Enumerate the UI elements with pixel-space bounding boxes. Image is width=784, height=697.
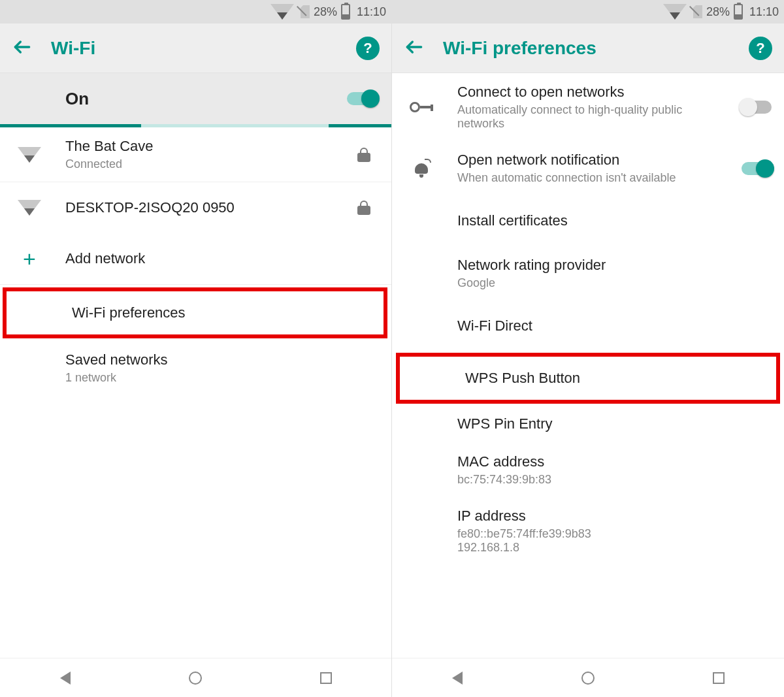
page-title: Wi-Fi [51,38,338,59]
wifi-master-toggle-row[interactable]: On [0,73,391,124]
wifi-signal-icon [270,4,294,20]
network-status: Connected [65,157,330,171]
status-bar: 28% 11:10 [392,0,784,24]
mac-address-row: MAC address bc:75:74:39:9b:83 [392,443,784,497]
nav-home-button[interactable] [581,671,595,685]
preferences-content: Connect to open networks Automatically c… [392,73,784,658]
battery-percent: 28% [314,5,337,19]
wps-push-button-row[interactable]: WPS Push Button [396,353,780,404]
pref-subtitle: Google [457,276,772,290]
back-button[interactable] [404,37,425,60]
saved-networks-row[interactable]: Saved networks 1 network [0,341,391,395]
pref-title: WPS Pin Entry [457,415,772,432]
navigation-bar [392,658,784,697]
connect-open-toggle[interactable] [742,101,772,114]
wifi-toggle-switch[interactable] [347,92,377,105]
network-ssid: The Bat Cave [65,138,330,155]
network-item[interactable]: DESKTOP-2ISOQ20 0950 [0,182,391,233]
connect-open-networks-row[interactable]: Connect to open networks Automatically c… [392,73,784,141]
no-sim-icon [298,4,310,20]
pref-subtitle: When automatic connection isn't availabl… [457,171,723,185]
ip-value-1: fe80::be75:74ff:fe39:9b83 [457,527,772,541]
clock: 11:10 [357,5,386,19]
pref-title: Connect to open networks [457,84,723,101]
clock: 11:10 [749,5,779,19]
saved-networks-title: Saved networks [65,351,380,368]
open-network-notification-row[interactable]: Open network notification When automatic… [392,141,784,195]
navigation-bar [0,658,391,697]
wifi-preferences-label: Wi-Fi preferences [72,304,372,321]
wifi-signal-icon [663,4,687,20]
ip-value-2: 192.168.1.8 [457,541,772,555]
battery-percent: 28% [706,5,730,19]
network-rating-provider-row[interactable]: Network rating provider Google [392,246,784,300]
pref-title: Network rating provider [457,257,772,274]
status-bar: 28% 11:10 [0,0,391,24]
battery-icon [734,4,743,20]
pref-title: MAC address [457,453,772,470]
open-notif-toggle[interactable] [742,162,772,175]
key-icon [410,101,433,114]
pref-title: Wi-Fi Direct [457,317,772,334]
battery-icon [341,4,350,20]
pref-title: Install certificates [457,212,772,229]
wifi-preferences-row[interactable]: Wi-Fi preferences [3,287,387,338]
app-bar: Wi-Fi ? [0,24,391,73]
plus-icon: + [23,248,36,270]
wifi-icon [18,200,41,216]
app-bar: Wi-Fi preferences ? [392,24,784,73]
wifi-icon [18,147,41,163]
mac-value: bc:75:74:39:9b:83 [457,473,772,487]
wifi-toggle-label: On [65,89,347,109]
network-ssid: DESKTOP-2ISOQ20 0950 [65,199,330,216]
saved-networks-subtitle: 1 network [65,371,380,385]
lock-icon [357,148,370,162]
wps-pin-entry-row[interactable]: WPS Pin Entry [392,405,784,443]
ip-address-row: IP address fe80::be75:74ff:fe39:9b83 192… [392,497,784,555]
nav-recents-button[interactable] [711,671,726,685]
wifi-content: The Bat Cave Connected DESKTOP-2ISOQ20 0… [0,127,391,658]
help-button[interactable]: ? [356,37,380,60]
add-network-row[interactable]: + Add network [0,233,391,284]
nav-back-button[interactable] [58,671,73,685]
help-button[interactable]: ? [749,37,772,60]
page-title: Wi-Fi preferences [443,38,730,59]
pref-title: WPS Push Button [465,370,764,387]
wifi-direct-row[interactable]: Wi-Fi Direct [392,300,784,351]
back-button[interactable] [12,37,33,60]
nav-home-button[interactable] [188,671,203,685]
network-item[interactable]: The Bat Cave Connected [0,127,391,182]
install-certificates-row[interactable]: Install certificates [392,195,784,246]
pref-title: IP address [457,508,772,525]
add-network-label: Add network [65,250,380,267]
pref-subtitle: Automatically connect to high-quality pu… [457,103,723,131]
nav-recents-button[interactable] [319,671,333,685]
pref-title: Open network notification [457,152,723,169]
wifi-settings-screen: 28% 11:10 Wi-Fi ? On The Bat Cave Co [0,0,392,697]
nav-back-button[interactable] [450,671,465,685]
bell-icon [413,159,430,178]
no-sim-icon [691,4,702,20]
lock-icon [357,201,370,215]
wifi-preferences-screen: 28% 11:10 Wi-Fi preferences ? Connect to… [392,0,784,697]
